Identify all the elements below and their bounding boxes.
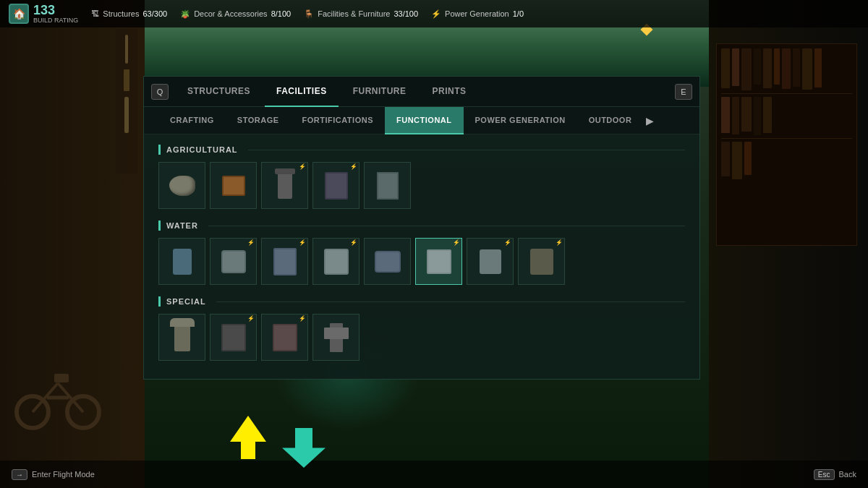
section-bar-special bbox=[158, 296, 161, 307]
purifier-visual bbox=[273, 248, 297, 275]
more-tabs-chevron[interactable]: ▶ bbox=[646, 115, 654, 127]
sub-tab-fortifications[interactable]: FORTIFICATIONS bbox=[291, 107, 385, 134]
waterpump-visual bbox=[173, 249, 192, 275]
hud-stat-facilities: 🪑 Facilities & Furniture 33/100 bbox=[304, 9, 418, 19]
tab-structures[interactable]: STRUCTURES bbox=[176, 77, 262, 107]
rock-visual bbox=[169, 176, 195, 196]
facilities-label: Facilities & Furniture bbox=[318, 9, 390, 18]
machine-visual bbox=[221, 324, 246, 351]
lamp-visual bbox=[174, 324, 190, 351]
bottom-bar: → Enter Flight Mode Esc Back bbox=[0, 461, 868, 488]
item-distiller-inner bbox=[319, 244, 354, 279]
section-water: WATER ⚡ ⚡ bbox=[158, 221, 685, 285]
svg-rect-5 bbox=[54, 374, 69, 382]
right-key-badge[interactable]: E bbox=[675, 84, 692, 100]
item-signpost[interactable] bbox=[312, 314, 359, 361]
item-machine-inner bbox=[216, 320, 251, 355]
decor-value: 8/100 bbox=[271, 9, 292, 18]
back-label: Back bbox=[839, 470, 856, 479]
section-agricultural: AGRICULTURAL ⚡ bbox=[158, 145, 685, 209]
item-machine[interactable]: ⚡ bbox=[210, 314, 257, 361]
signpost-visual bbox=[330, 323, 343, 352]
well-visual bbox=[530, 249, 553, 275]
section-divider bbox=[248, 150, 685, 150]
section-divider-water bbox=[208, 226, 685, 226]
cabinet-visual bbox=[325, 172, 348, 200]
section-divider-special bbox=[216, 301, 685, 302]
bg-right bbox=[709, 0, 868, 488]
item-pump-inner bbox=[268, 168, 302, 203]
decor-icon: 🪴 bbox=[180, 9, 190, 19]
item-pipe-filter[interactable]: ⚡ bbox=[210, 238, 257, 285]
bg-left bbox=[0, 0, 145, 488]
section-bar-water bbox=[158, 221, 161, 231]
item-water-pump[interactable] bbox=[158, 238, 205, 285]
motor-visual bbox=[375, 251, 401, 273]
item-lamp-inner bbox=[165, 320, 200, 355]
section-special: SPECIAL ⚡ ⚡ bbox=[158, 296, 685, 361]
sub-tab-storage[interactable]: STORAGE bbox=[226, 107, 291, 134]
item-cabinet-inner bbox=[319, 168, 354, 203]
item-lamp[interactable] bbox=[158, 314, 205, 361]
esc-key[interactable]: Esc bbox=[814, 469, 835, 480]
item-well[interactable]: ⚡ bbox=[518, 238, 565, 285]
item-rock[interactable] bbox=[158, 162, 205, 209]
sub-tab-outdoor[interactable]: OUTDOOR bbox=[577, 107, 644, 134]
item-planter-box[interactable] bbox=[210, 162, 257, 209]
decor-label: Decor & Accessories bbox=[194, 9, 267, 18]
hud-stat-structures: 🏗 Structures 63/300 bbox=[91, 9, 167, 18]
sub-tab-crafting[interactable]: CRAFTING bbox=[158, 107, 226, 134]
item-water-purifier[interactable]: ⚡ bbox=[261, 238, 308, 285]
back-hint: Esc Back bbox=[814, 469, 856, 480]
sub-tab-bar: CRAFTING STORAGE FORTIFICATIONS FUNCTION… bbox=[144, 107, 699, 134]
pump2-visual bbox=[480, 249, 501, 274]
pump-visual bbox=[278, 173, 292, 199]
item-waterpump-inner bbox=[165, 244, 200, 279]
sub-tab-functional[interactable]: FUNCTIONAL bbox=[385, 107, 464, 134]
flight-mode-hint: → Enter Flight Mode bbox=[12, 469, 95, 480]
sub-tab-power[interactable]: POWER GENERATION bbox=[464, 107, 577, 134]
arrow-down-shape bbox=[282, 428, 326, 468]
section-bar bbox=[158, 145, 161, 155]
locker-visual bbox=[377, 172, 399, 200]
left-key-badge[interactable]: Q bbox=[151, 84, 169, 100]
item-purifier-inner bbox=[268, 244, 302, 279]
item-irrigation-pump[interactable]: ⚡ bbox=[261, 162, 308, 209]
arrow-down-teal bbox=[282, 428, 326, 468]
agricultural-title: AGRICULTURAL bbox=[166, 145, 238, 154]
tab-prints[interactable]: PRINTS bbox=[421, 77, 478, 107]
item-ibc-tank[interactable]: ⚡ bbox=[415, 238, 462, 285]
item-rock-inner bbox=[165, 168, 200, 203]
item-motor-inner bbox=[370, 244, 405, 279]
item-machine2[interactable]: ⚡ bbox=[261, 314, 308, 361]
machine2-visual bbox=[273, 324, 297, 351]
main-panel: Q STRUCTURES FACILITIES FURNITURE PRINTS… bbox=[143, 76, 700, 380]
flight-mode-label: Enter Flight Mode bbox=[32, 470, 95, 479]
item-water-distiller[interactable]: ⚡ bbox=[312, 238, 359, 285]
item-pump2[interactable]: ⚡ bbox=[467, 238, 514, 285]
distiller-visual bbox=[324, 249, 349, 275]
item-cabinet[interactable]: ⚡ bbox=[312, 162, 359, 209]
structures-label: Structures bbox=[103, 9, 139, 18]
power-label: Power Generation bbox=[445, 9, 509, 18]
item-pipe-inner bbox=[216, 244, 251, 279]
hud-stat-power: ⚡ Power Generation 1/0 bbox=[431, 9, 524, 19]
top-tab-bar: Q STRUCTURES FACILITIES FURNITURE PRINTS… bbox=[144, 77, 699, 107]
power-value: 1/0 bbox=[513, 9, 524, 18]
tab-facilities[interactable]: FACILITIES bbox=[265, 77, 339, 107]
water-grid: ⚡ ⚡ ⚡ bbox=[158, 238, 685, 285]
rating-number: 133 bbox=[33, 4, 78, 17]
item-locker[interactable] bbox=[364, 162, 411, 209]
tab-furniture[interactable]: FURNITURE bbox=[341, 77, 418, 107]
agricultural-grid: ⚡ ⚡ bbox=[158, 162, 685, 209]
item-water-motor[interactable] bbox=[364, 238, 411, 285]
special-title: SPECIAL bbox=[166, 297, 206, 306]
pipe-visual bbox=[221, 250, 246, 273]
flight-mode-key: → bbox=[12, 469, 27, 480]
power-icon: ⚡ bbox=[431, 9, 441, 19]
item-ibc-inner bbox=[422, 244, 456, 279]
item-planter-inner bbox=[216, 168, 251, 203]
house-icon: 🏠 bbox=[9, 4, 29, 24]
structures-value: 63/300 bbox=[142, 9, 167, 18]
item-machine2-inner bbox=[268, 320, 302, 355]
